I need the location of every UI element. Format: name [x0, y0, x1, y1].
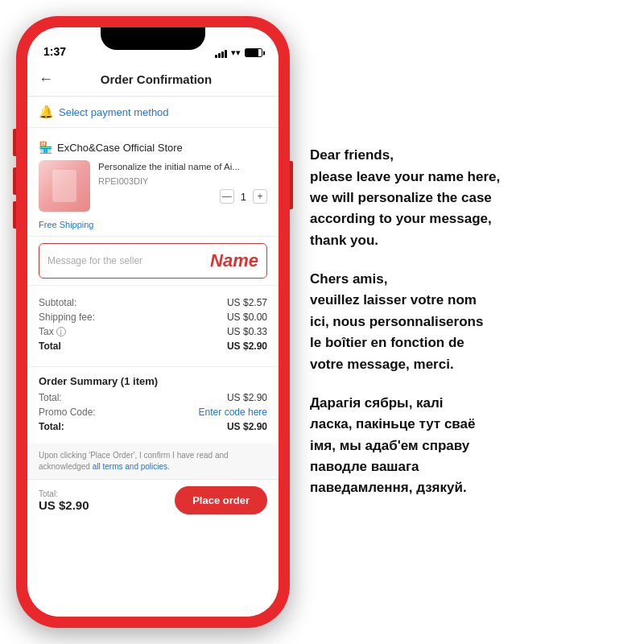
right-text-panel: Dear friends, please leave your name her…: [290, 121, 644, 522]
qty-plus-button[interactable]: +: [253, 189, 267, 204]
payment-label[interactable]: Select payment method: [59, 106, 169, 118]
instruction-french: Chers amis, veuillez laisser votre nom i…: [310, 269, 620, 375]
tax-label: Tax: [39, 326, 54, 337]
subtotal-row: Subtotal: US $2.57: [39, 297, 267, 308]
shipping-value: US $0.00: [227, 312, 267, 323]
summary-total-value: US $2.90: [227, 392, 267, 403]
app-header: ← Order Confirmation: [27, 63, 279, 97]
store-icon: 🏪: [39, 141, 52, 154]
store-section: 🏪 ExCho&Case Official Store Personalize …: [27, 133, 279, 220]
page-title: Order Confirmation: [60, 72, 253, 86]
product-qty: — 1 +: [98, 189, 267, 204]
app-content: ← Order Confirmation 🔔 Select payment me…: [27, 63, 279, 617]
battery-icon: [245, 48, 262, 57]
place-order-button[interactable]: Place order: [175, 486, 267, 514]
store-name: ExCho&Case Official Store: [57, 142, 183, 154]
tax-info-icon: i: [56, 327, 66, 336]
product-info: Personalize the initial name of Ai... RP…: [98, 160, 267, 204]
tax-row: Tax i US $0.33: [39, 326, 267, 337]
summary-total-row: Total: US $2.90: [39, 392, 267, 403]
promo-row: Promo Code: Enter code here: [39, 407, 267, 418]
promo-label: Promo Code:: [39, 407, 96, 418]
signal-icon: [215, 48, 227, 58]
product-sku: RPEI003DIY: [98, 176, 267, 186]
price-section: Subtotal: US $2.57 Shipping fee: US $0.0…: [27, 291, 279, 361]
shipping-label: Shipping fee:: [39, 312, 95, 323]
tax-value: US $0.33: [227, 326, 267, 337]
store-header: 🏪 ExCho&Case Official Store: [39, 141, 267, 154]
subtotal-label: Subtotal:: [39, 297, 76, 308]
message-placeholder: Message for the seller: [47, 255, 142, 266]
final-total-label: Total:: [39, 421, 64, 432]
phone-screen: 1:37 ▾▾ ← Order Confirmation: [27, 27, 279, 617]
message-name-highlight: Name: [210, 250, 258, 271]
bottom-total-amount: US $2.90: [39, 498, 89, 512]
message-input-box[interactable]: Message for the seller Name: [39, 243, 267, 279]
summary-total-label: Total:: [39, 392, 62, 403]
terms-link[interactable]: all terms and policies.: [93, 462, 170, 471]
subtotal-value: US $2.57: [227, 297, 267, 308]
bottom-bar: Total: US $2.90 Place order: [27, 479, 279, 521]
instruction-english: Dear friends, please leave your name her…: [310, 145, 620, 251]
payment-section[interactable]: 🔔 Select payment method: [27, 97, 279, 128]
status-time: 1:37: [43, 45, 66, 58]
back-button[interactable]: ←: [39, 71, 53, 88]
message-section: Message for the seller Name: [27, 236, 279, 286]
bottom-total-label: Total:: [39, 489, 89, 498]
payment-icon: 🔔: [39, 105, 54, 119]
qty-value: 1: [241, 191, 246, 203]
terms-section: Upon clicking 'Place Order', I confirm I…: [27, 444, 279, 479]
promo-link[interactable]: Enter code here: [199, 407, 267, 418]
product-image: [39, 160, 90, 212]
status-icons: ▾▾: [215, 47, 262, 58]
qty-minus-button[interactable]: —: [220, 189, 234, 204]
instruction-belarusian: Дарагія сябры, калі ласка, пакіньце тут …: [310, 393, 620, 499]
product-row: Personalize the initial name of Ai... RP…: [39, 160, 267, 220]
phone-mockup: 1:37 ▾▾ ← Order Confirmation: [16, 16, 290, 628]
product-name: Personalize the initial name of Ai...: [98, 160, 267, 173]
final-total-value: US $2.90: [227, 421, 267, 432]
order-summary: Order Summary (1 item) Total: US $2.90 P…: [27, 366, 279, 444]
wifi-icon: ▾▾: [231, 47, 241, 58]
bottom-total: Total: US $2.90: [39, 489, 89, 512]
phone-notch: [101, 27, 205, 50]
total-value: US $2.90: [227, 341, 267, 352]
total-label: Total: [39, 341, 61, 352]
order-summary-title: Order Summary (1 item): [39, 375, 267, 387]
free-shipping-label: Free Shipping: [27, 220, 279, 236]
total-row: Total US $2.90: [39, 341, 267, 352]
shipping-row: Shipping fee: US $0.00: [39, 312, 267, 323]
final-total-row: Total: US $2.90: [39, 421, 267, 432]
